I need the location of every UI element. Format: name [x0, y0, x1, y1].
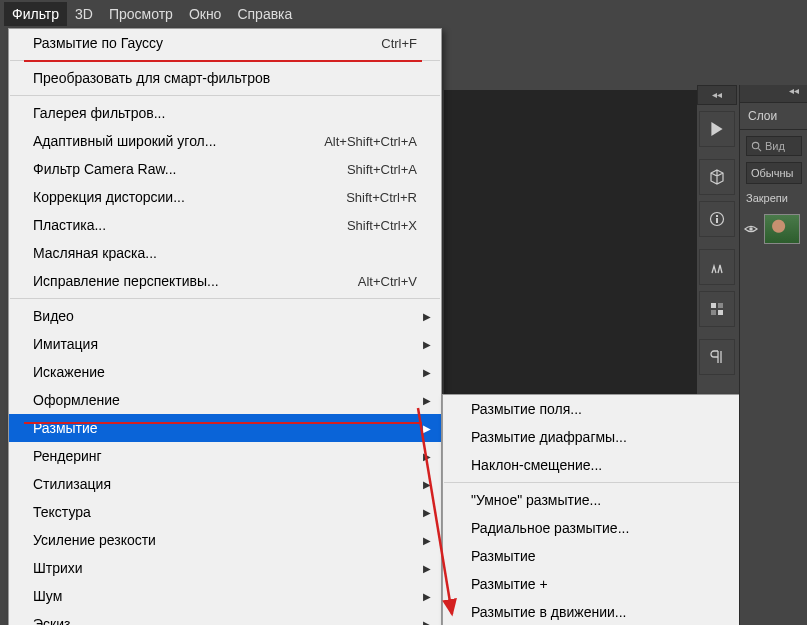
layers-tab[interactable]: Слои	[740, 103, 807, 130]
layer-search[interactable]: Вид	[746, 136, 802, 156]
menu-3d[interactable]: 3D	[75, 6, 93, 22]
tool-strip: ◂◂	[697, 85, 737, 375]
lock-label: Закрепи	[746, 192, 801, 204]
menu-item-label: Шум	[33, 588, 417, 604]
menu-item-shortcut: Alt+Ctrl+V	[358, 274, 417, 289]
menu-item-label: Фильтр Camera Raw...	[33, 161, 347, 177]
menu-item-label: Преобразовать для смарт-фильтров	[33, 70, 417, 86]
annotation-underline-2	[24, 422, 422, 424]
menu-item[interactable]: Масляная краска...	[9, 239, 441, 267]
annotation-underline-1	[24, 60, 422, 62]
menu-item[interactable]: Коррекция дисторсии...Shift+Ctrl+R	[9, 183, 441, 211]
submenu-arrow-icon: ▶	[423, 535, 431, 546]
menu-item-shortcut: Ctrl+F	[381, 36, 417, 51]
submenu-arrow-icon: ▶	[423, 619, 431, 626]
play-icon[interactable]	[699, 111, 735, 147]
menu-item[interactable]: Размытие▶	[9, 414, 441, 442]
collapse-icon[interactable]: ◂◂	[697, 85, 737, 105]
cube-icon[interactable]	[699, 159, 735, 195]
layer-thumbnail	[764, 214, 800, 244]
submenu-arrow-icon: ▶	[423, 507, 431, 518]
menu-item[interactable]: Фильтр Camera Raw...Shift+Ctrl+A	[9, 155, 441, 183]
info-icon[interactable]	[699, 201, 735, 237]
menu-item[interactable]: Рендеринг▶	[9, 442, 441, 470]
menu-item[interactable]: Искажение▶	[9, 358, 441, 386]
menu-item[interactable]: Адаптивный широкий угол...Alt+Shift+Ctrl…	[9, 127, 441, 155]
menu-view[interactable]: Просмотр	[109, 6, 173, 22]
svg-point-10	[749, 227, 753, 231]
menu-item[interactable]: Текстура▶	[9, 498, 441, 526]
submenu-item-label: Размытие поля...	[471, 401, 778, 417]
menu-item-label: Адаптивный широкий угол...	[33, 133, 324, 149]
menu-item-label: Исправление перспективы...	[33, 273, 358, 289]
menu-help[interactable]: Справка	[237, 6, 292, 22]
paragraph-icon[interactable]	[699, 339, 735, 375]
menu-filter[interactable]: Фильтр	[4, 2, 67, 26]
layer-row[interactable]	[744, 214, 803, 244]
menu-item-label: Масляная краска...	[33, 245, 417, 261]
menu-item-label: Оформление	[33, 392, 417, 408]
submenu-arrow-icon: ▶	[423, 311, 431, 322]
submenu-arrow-icon: ▶	[423, 367, 431, 378]
svg-rect-3	[716, 215, 718, 217]
menu-item-label: Пластика...	[33, 217, 347, 233]
menu-window[interactable]: Окно	[189, 6, 222, 22]
layers-panel: ◂◂ Слои Вид Обычны Закрепи	[739, 85, 807, 625]
menu-item-label: Галерея фильтров...	[33, 105, 417, 121]
submenu-item-label: "Умное" размытие...	[471, 492, 778, 508]
menu-item[interactable]: Галерея фильтров...	[9, 99, 441, 127]
search-placeholder: Вид	[765, 140, 785, 152]
menubar: Фильтр 3D Просмотр Окно Справка	[0, 0, 807, 28]
submenu-arrow-icon: ▶	[423, 339, 431, 350]
submenu-arrow-icon: ▶	[423, 479, 431, 490]
svg-point-8	[752, 142, 758, 148]
menu-item-label: Имитация	[33, 336, 417, 352]
submenu-arrow-icon: ▶	[423, 423, 431, 434]
menu-item[interactable]: Преобразовать для смарт-фильтров	[9, 64, 441, 92]
menu-item-label: Усиление резкости	[33, 532, 417, 548]
menu-item[interactable]: Видео▶	[9, 302, 441, 330]
submenu-arrow-icon: ▶	[423, 563, 431, 574]
menu-item-label: Эскиз	[33, 616, 417, 625]
svg-rect-5	[718, 303, 723, 308]
svg-rect-6	[711, 310, 716, 315]
submenu-item-label: Размытие +	[471, 576, 778, 592]
submenu-arrow-icon: ▶	[423, 395, 431, 406]
submenu-item-label: Размытие	[471, 548, 778, 564]
menu-item-label: Стилизация	[33, 476, 417, 492]
menu-item-label: Текстура	[33, 504, 417, 520]
menu-item[interactable]: Пластика...Shift+Ctrl+X	[9, 211, 441, 239]
menu-item-shortcut: Alt+Shift+Ctrl+A	[324, 134, 417, 149]
svg-rect-4	[711, 303, 716, 308]
swatches-icon[interactable]	[699, 291, 735, 327]
menu-item[interactable]: Стилизация▶	[9, 470, 441, 498]
menu-item-label: Искажение	[33, 364, 417, 380]
menu-item[interactable]: Размытие по ГауссуCtrl+F	[9, 29, 441, 57]
menu-item[interactable]: Эскиз▶	[9, 610, 441, 625]
menu-item[interactable]: Оформление▶	[9, 386, 441, 414]
submenu-item-label: Размытие в движении...	[471, 604, 778, 620]
menu-item-shortcut: Shift+Ctrl+R	[346, 190, 417, 205]
panel-collapse-icon[interactable]: ◂◂	[740, 85, 807, 103]
menu-item-label: Размытие по Гауссу	[33, 35, 381, 51]
menu-item-label: Рендеринг	[33, 448, 417, 464]
brushes-icon[interactable]	[699, 249, 735, 285]
filter-dropdown: Размытие по ГауссуCtrl+FПреобразовать дл…	[8, 28, 442, 625]
menu-item-label: Штрихи	[33, 560, 417, 576]
menu-item[interactable]: Имитация▶	[9, 330, 441, 358]
menu-item[interactable]: Штрихи▶	[9, 554, 441, 582]
menu-item-label: Видео	[33, 308, 417, 324]
submenu-arrow-icon: ▶	[423, 591, 431, 602]
svg-line-9	[758, 148, 761, 151]
menu-item[interactable]: Исправление перспективы...Alt+Ctrl+V	[9, 267, 441, 295]
svg-rect-7	[718, 310, 723, 315]
submenu-item-label: Размытие диафрагмы...	[471, 429, 778, 445]
menu-item[interactable]: Усиление резкости▶	[9, 526, 441, 554]
menu-item-shortcut: Shift+Ctrl+X	[347, 218, 417, 233]
submenu-item-label: Наклон-смещение...	[471, 457, 778, 473]
visibility-icon[interactable]	[744, 222, 758, 236]
blend-mode-select[interactable]: Обычны	[746, 162, 802, 184]
menu-item[interactable]: Шум▶	[9, 582, 441, 610]
svg-rect-2	[716, 218, 718, 223]
menu-item-shortcut: Shift+Ctrl+A	[347, 162, 417, 177]
